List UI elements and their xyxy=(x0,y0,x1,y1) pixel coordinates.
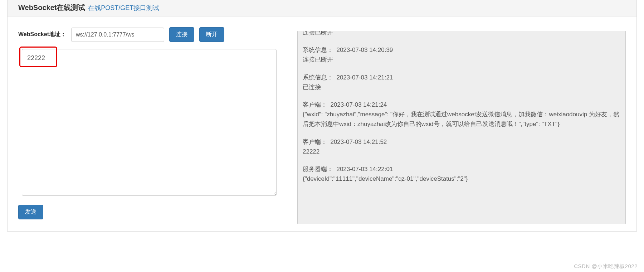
ws-address-row: WebSocket地址： 连接 断开 xyxy=(18,27,283,42)
log-entry: 连接已断开 xyxy=(303,31,620,37)
log-entry-header: 客户端： 2023-07-03 14:21:24 xyxy=(303,100,620,110)
send-button[interactable]: 发送 xyxy=(18,205,43,219)
connect-button[interactable]: 连接 xyxy=(169,27,194,42)
log-entry-body: {"deviceId":"11111","deviceName":"qz-01"… xyxy=(303,174,620,184)
log-entry-header: 客户端： 2023-07-03 14:21:52 xyxy=(303,137,620,147)
page-title: WebSocket在线测试 xyxy=(18,4,85,11)
send-row: 发送 xyxy=(18,205,283,219)
message-area-wrap xyxy=(22,49,283,197)
log-entry-header: 系统信息： 2023-07-03 14:21:21 xyxy=(303,73,620,82)
log-entry-header: 服务器端： 2023-07-03 14:22:01 xyxy=(303,164,620,174)
ws-address-label: WebSocket地址： xyxy=(18,31,66,38)
log-entry: 系统信息： 2023-07-03 14:20:39连接已断开 xyxy=(303,45,620,64)
log-entry: 系统信息： 2023-07-03 14:21:21已连接 xyxy=(303,73,620,92)
app-container: WebSocket在线测试 在线POST/GET接口测试 WebSocket地址… xyxy=(7,0,637,232)
disconnect-button[interactable]: 断开 xyxy=(199,27,224,42)
log-entry-body: 22222 xyxy=(303,147,620,156)
log-entry: 客户端： 2023-07-03 14:21:24{"wxid": "zhuyaz… xyxy=(303,100,620,129)
log-entry-body: {"wxid": "zhuyazhai","message": "你好，我在测试… xyxy=(303,110,620,129)
log-output[interactable]: 连接已断开系统信息： 2023-07-03 14:20:39连接已断开系统信息：… xyxy=(297,31,626,224)
left-panel: WebSocket地址： 连接 断开 发送 xyxy=(18,27,283,224)
right-panel: 连接已断开系统信息： 2023-07-03 14:20:39连接已断开系统信息：… xyxy=(297,27,626,224)
ws-url-input[interactable] xyxy=(71,28,164,42)
header-bar: WebSocket在线测试 在线POST/GET接口测试 xyxy=(8,0,636,16)
log-entry: 客户端： 2023-07-03 14:21:5222222 xyxy=(303,137,620,156)
message-textarea[interactable] xyxy=(22,49,277,196)
log-entry-body: 连接已断开 xyxy=(303,55,620,64)
content-area: WebSocket地址： 连接 断开 发送 连接已断开系统信息： 2023-07… xyxy=(8,16,636,231)
log-entry-body: 连接已断开 xyxy=(303,31,620,37)
log-entry-header: 系统信息： 2023-07-03 14:20:39 xyxy=(303,45,620,55)
post-get-test-link[interactable]: 在线POST/GET接口测试 xyxy=(88,4,159,11)
log-entry: 服务器端： 2023-07-03 14:22:01{"deviceId":"11… xyxy=(303,164,620,184)
log-entry-body: 已连接 xyxy=(303,82,620,92)
